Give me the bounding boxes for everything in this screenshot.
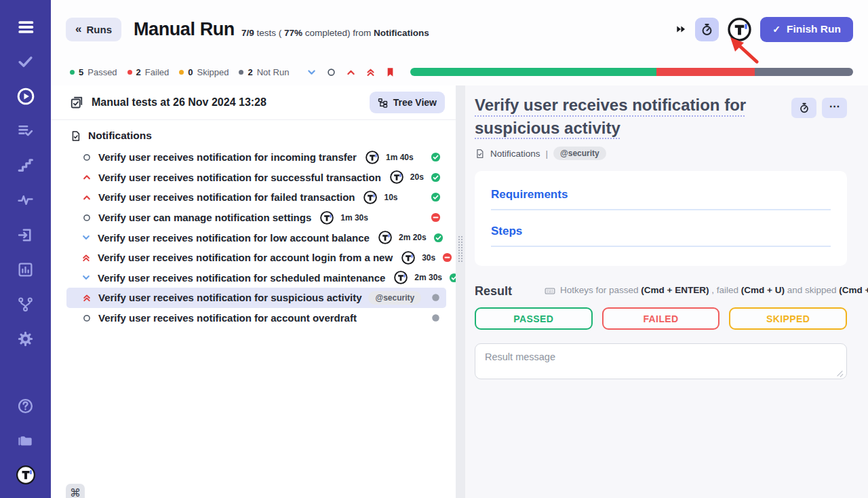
sidebar-item-run[interactable] <box>0 79 51 113</box>
status-passed-icon <box>431 192 441 202</box>
priority-critical-icon <box>81 293 92 303</box>
run-list-header: Manual tests at 26 Nov 2024 13:28 Tree V… <box>51 85 456 120</box>
finish-run-label: Finish Run <box>787 23 841 35</box>
import-icon <box>17 227 34 244</box>
sidebar-item-menu[interactable] <box>0 9 51 44</box>
tree-view-button[interactable]: Tree View <box>370 92 445 113</box>
back-to-runs-button[interactable]: « Runs <box>66 18 121 41</box>
test-row[interactable]: Verify user receives notification for lo… <box>66 227 446 248</box>
test-row[interactable]: Verify user receives notification for sc… <box>66 268 446 288</box>
suite-doc-icon <box>70 130 81 142</box>
test-detail-title[interactable]: Verify user receives notification for su… <box>475 94 791 139</box>
test-title: Verify user receives notification for su… <box>98 292 361 303</box>
test-title: Verify user receives notification for in… <box>98 151 357 163</box>
settings-icon <box>17 330 34 347</box>
hotkey-part: Hotkeys for passed <box>560 285 641 295</box>
test-title: Verify user receives notification for ac… <box>98 312 357 324</box>
result-passed-button[interactable]: PASSED <box>475 307 593 330</box>
priority-normal-icon <box>81 213 92 223</box>
status-dot-icon <box>239 70 243 75</box>
ellipsis-icon: ⋯ <box>829 100 840 113</box>
count-label: Passed <box>87 67 117 77</box>
test-row[interactable]: Verify user receives notification for ac… <box>66 308 446 328</box>
sidebar-item-analytics[interactable] <box>0 252 51 287</box>
filter-bookmark-icon[interactable] <box>385 67 395 77</box>
test-duration: 20s <box>410 172 424 182</box>
sidebar-item-files[interactable] <box>0 423 51 458</box>
more-options-button[interactable]: ⋯ <box>822 98 847 118</box>
filter-chevron-up-icon[interactable] <box>346 67 356 77</box>
test-row[interactable]: Verify user can manage notification sett… <box>66 208 446 228</box>
count-label: Skipped <box>197 67 229 77</box>
result-options: PASSEDFAILEDSKIPPED <box>475 307 847 330</box>
hotkey-part: , failed <box>709 285 741 295</box>
run-progress-bar <box>410 68 853 76</box>
sidebar-item-logo[interactable] <box>0 458 51 493</box>
result-failed-button[interactable]: FAILED <box>602 307 720 330</box>
test-duration: 30s <box>422 253 435 263</box>
hotkey-part: (Cmd + I) <box>839 285 868 295</box>
test-row[interactable]: Verify user receives notification for ac… <box>66 248 446 268</box>
status-notrun-icon <box>431 313 441 323</box>
filter-double-chevron-up-icon[interactable] <box>366 67 376 77</box>
detail-title-row: Verify user receives notification for su… <box>475 94 847 139</box>
result-row: Result Hotkeys for passed (Cmd + ENTER) … <box>475 284 847 299</box>
hotkey-part: (Cmd + ENTER) <box>641 285 709 295</box>
section-requirements[interactable]: Requirements <box>491 188 831 210</box>
filter-chevron-down-icon[interactable] <box>307 67 317 77</box>
suite-row[interactable]: Notifications <box>51 126 456 147</box>
result-skipped-button[interactable]: SKIPPED <box>729 307 847 330</box>
hotkeys-hint: Hotkeys for passed (Cmd + ENTER) , faile… <box>545 284 868 295</box>
sidebar-item-settings[interactable] <box>0 322 51 356</box>
sidebar-item-check[interactable] <box>0 44 51 79</box>
test-duration: 1m 40s <box>386 153 414 162</box>
keyboard-icon <box>545 286 555 296</box>
sidebar-item-branch[interactable] <box>0 287 51 322</box>
test-duration: 2m 30s <box>414 273 442 282</box>
status-passed-icon <box>433 233 443 243</box>
test-row[interactable]: Verify user receives notification for su… <box>66 288 446 308</box>
result-message-input[interactable] <box>475 343 847 379</box>
test-row[interactable]: Verify user receives notification for su… <box>66 168 446 188</box>
content-row: Manual tests at 26 Nov 2024 13:28 Tree V… <box>51 85 868 498</box>
run-title: Manual tests at 26 Nov 2024 13:28 <box>92 96 267 109</box>
test-row[interactable]: Verify user receives notification for fa… <box>66 187 446 208</box>
back-label: Runs <box>86 24 112 35</box>
status-dot-icon <box>70 70 75 75</box>
test-rows: Verify user receives notification for in… <box>51 147 456 328</box>
test-row[interactable]: Verify user receives notification for in… <box>66 147 446 168</box>
stopwatch-icon <box>701 23 713 36</box>
filter-circle-icon[interactable] <box>326 67 336 77</box>
sidebar-item-import[interactable] <box>0 217 51 252</box>
testomat-badge-icon <box>401 251 415 265</box>
double-chevron-left-icon: « <box>75 23 81 35</box>
detail-timer-button[interactable] <box>791 98 816 118</box>
status-passed-icon <box>431 152 441 162</box>
tag-pill[interactable]: @security <box>553 147 606 160</box>
pulse-icon <box>17 191 34 208</box>
testomat-badge-icon <box>394 271 408 284</box>
fast-forward-icon[interactable] <box>675 24 686 35</box>
test-detail-panel: Verify user receives notification for su… <box>465 85 868 498</box>
test-tag[interactable]: @security <box>368 291 421 305</box>
command-shortcut-button[interactable]: ⌘ <box>66 484 85 498</box>
main-area: « Runs Manual Run 7/9 tests ( 77% comple… <box>51 0 868 498</box>
panel-resizer[interactable] <box>456 85 465 498</box>
sidebar-item-pulse[interactable] <box>0 183 51 217</box>
test-duration: 1m 30s <box>340 213 368 223</box>
sidebar-item-steps[interactable] <box>0 148 51 183</box>
sidebar-item-checklist[interactable] <box>0 113 51 148</box>
finish-run-button[interactable]: ✓ Finish Run <box>760 17 853 42</box>
progress-segment <box>410 68 656 76</box>
priority-low-icon <box>81 273 91 282</box>
status-failed-icon <box>442 252 452 263</box>
sidebar-item-help[interactable] <box>0 389 51 423</box>
menu-icon <box>16 17 36 37</box>
doc-icon <box>475 149 485 159</box>
timer-button[interactable] <box>695 18 719 41</box>
section-steps[interactable]: Steps <box>491 225 831 247</box>
breadcrumb-group[interactable]: Notifications <box>490 149 540 159</box>
check-icon <box>17 53 34 70</box>
result-message-wrap <box>475 343 847 379</box>
sections-card: RequirementsSteps <box>475 171 847 266</box>
